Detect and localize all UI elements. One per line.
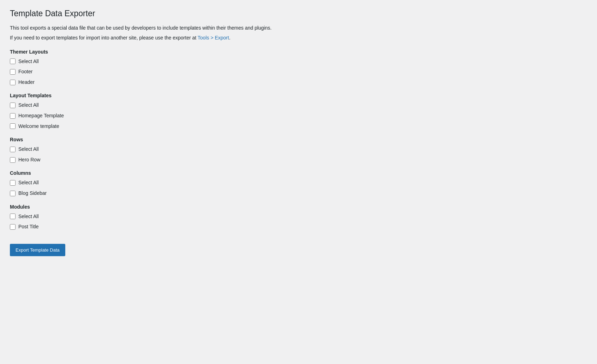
section-columns: ColumnsSelect AllBlog Sidebar (10, 170, 587, 197)
label-themer-header[interactable]: Header (18, 79, 35, 86)
checkbox-columns-blog-sidebar[interactable] (10, 191, 16, 196)
checkbox-themer-header[interactable] (10, 80, 16, 85)
description-2-suffix: . (229, 35, 230, 41)
checkbox-item-columns-blog-sidebar: Blog Sidebar (10, 190, 587, 197)
checkbox-item-modules-post-title: Post Title (10, 223, 587, 230)
section-title-rows: Rows (10, 137, 587, 142)
section-title-layout-templates: Layout Templates (10, 93, 587, 98)
label-modules-select-all[interactable]: Select All (18, 213, 39, 220)
checkbox-layout-select-all[interactable] (10, 103, 16, 108)
export-button[interactable]: Export Template Data (10, 244, 65, 257)
checkbox-layout-homepage[interactable] (10, 113, 16, 119)
checkbox-item-modules-select-all: Select All (10, 213, 587, 220)
section-rows: RowsSelect AllHero Row (10, 137, 587, 163)
checkbox-rows-select-all[interactable] (10, 147, 16, 152)
description-2-prefix: If you need to export templates for impo… (10, 35, 198, 41)
label-themer-footer[interactable]: Footer (18, 68, 32, 75)
section-title-modules: Modules (10, 204, 587, 210)
checkbox-item-columns-select-all: Select All (10, 179, 587, 186)
section-modules: ModulesSelect AllPost Title (10, 204, 587, 230)
description-2: If you need to export templates for impo… (10, 34, 587, 42)
checkbox-rows-hero[interactable] (10, 157, 16, 163)
label-rows-hero[interactable]: Hero Row (18, 156, 40, 164)
checkbox-item-layout-welcome: Welcome template (10, 123, 587, 130)
checkbox-themer-footer[interactable] (10, 69, 16, 75)
page-title: Template Data Exporter (10, 8, 587, 19)
label-columns-blog-sidebar[interactable]: Blog Sidebar (18, 190, 47, 197)
label-layout-select-all[interactable]: Select All (18, 102, 39, 109)
section-layout-templates: Layout TemplatesSelect AllHomepage Templ… (10, 93, 587, 130)
checkbox-columns-select-all[interactable] (10, 180, 16, 186)
checkbox-item-themer-select-all: Select All (10, 58, 587, 65)
description-1: This tool exports a special data file th… (10, 24, 587, 32)
checkbox-item-rows-select-all: Select All (10, 146, 587, 153)
checkbox-item-layout-select-all: Select All (10, 102, 587, 109)
label-modules-post-title[interactable]: Post Title (18, 223, 39, 230)
section-title-columns: Columns (10, 170, 587, 176)
checkbox-layout-welcome[interactable] (10, 123, 16, 129)
checkbox-item-themer-footer: Footer (10, 68, 587, 75)
checkbox-modules-select-all[interactable] (10, 214, 16, 219)
label-layout-homepage[interactable]: Homepage Template (18, 112, 64, 119)
label-rows-select-all[interactable]: Select All (18, 146, 39, 153)
label-columns-select-all[interactable]: Select All (18, 179, 39, 186)
checkbox-modules-post-title[interactable] (10, 224, 16, 230)
tools-export-link[interactable]: Tools > Export (198, 35, 229, 41)
section-themer-layouts: Themer LayoutsSelect AllFooterHeader (10, 49, 587, 86)
section-title-themer-layouts: Themer Layouts (10, 49, 587, 55)
checkbox-item-rows-hero: Hero Row (10, 156, 587, 164)
checkbox-item-themer-header: Header (10, 79, 587, 86)
sections-container: Themer LayoutsSelect AllFooterHeaderLayo… (10, 49, 587, 230)
checkbox-item-layout-homepage: Homepage Template (10, 112, 587, 119)
label-themer-select-all[interactable]: Select All (18, 58, 39, 65)
checkbox-themer-select-all[interactable] (10, 58, 16, 64)
label-layout-welcome[interactable]: Welcome template (18, 123, 59, 130)
